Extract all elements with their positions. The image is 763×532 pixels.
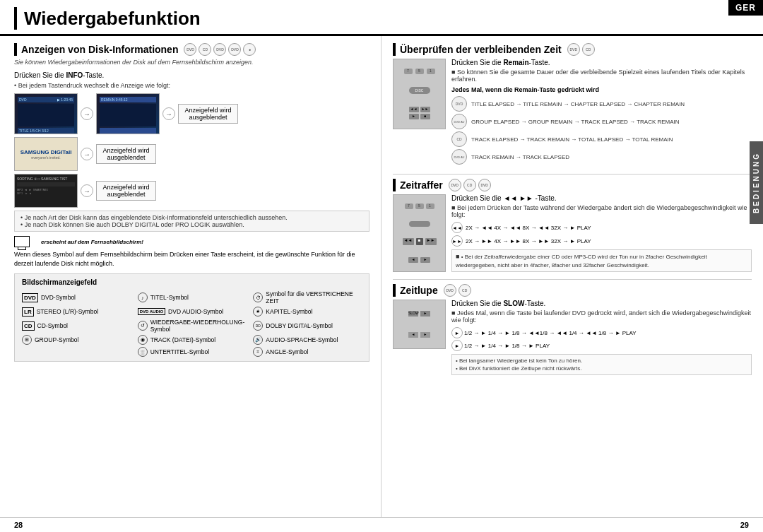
page-right: 29 [740, 521, 749, 529]
clock-icon: ⏱ [253, 292, 263, 302]
zeitraffer-device: 7 5 1 ◄◄ ■ ►► ◄ [393, 194, 446, 272]
repeat-icon: ↺ [138, 321, 148, 331]
anzeige-text-zeit: Symbol für die VERSTRICHENE ZEIT [266, 290, 362, 305]
zeitlupe-device-row: SLOW ► ◄ ► Drücken Sie die SLOW-Taste. [393, 300, 752, 375]
anzeige-text-dvd: DVD-Symbol [41, 294, 76, 301]
anzeige-text-titel: TITEL-Symbol [150, 294, 189, 301]
anzeige-text-lr: STEREO (L/R)-Symbol [37, 308, 98, 315]
zeitraffer-heading-bar [393, 179, 396, 191]
anzeige-item-zeit: ⏱ Symbol für die VERSTRICHENE ZEIT [253, 290, 362, 305]
flow-text-1: TITLE ELAPSED → TITLE REMAIN → CHAPTER E… [471, 101, 685, 107]
speed-row-fwd: ◄◄ 2X → ◄◄ 4X → ◄◄ 8X → ◄◄ 32X → ► PLAY [451, 222, 752, 233]
btn-stop: ■ [420, 114, 430, 119]
anzeige-item-cd: CD CD-Symbol [22, 319, 131, 333]
zl-slow: SLOW [408, 311, 418, 317]
note-icon: ♪ [138, 292, 148, 302]
anzeige-text-dvdaudio: DVD AUDIO-Symbol [168, 308, 223, 315]
btn-5: 5 [415, 69, 424, 74]
disc-icon-cd: CD [199, 43, 211, 56]
zt-bk: ◄ [408, 257, 418, 263]
flow-row-2: DVD AU GROUP ELAPSED → GROUP REMAIN → TR… [451, 114, 752, 129]
zeitraffer-remote: 7 5 1 ◄◄ ■ ►► ◄ [393, 194, 446, 272]
nav-buttons: ◄◄ ►► ► ■ [409, 107, 430, 119]
zeitlupe-section: Zeitlupe DVD CD SLOW ► [393, 284, 752, 375]
zeitlupe-device: SLOW ► ◄ ► [393, 300, 446, 349]
left-column: Anzeigen von Disk-Informationen DVD CD D… [0, 36, 382, 517]
anzeige-item-group: ⊞ GROUP-Symbol [22, 335, 131, 345]
page-left: 28 [14, 521, 23, 529]
screenshots-row-3: SORTING ① □ SAMSUNG TIST MP3 ◄ ► SMARTMI… [14, 174, 369, 208]
info-instruction: Drücken Sie die INFO-Taste. [14, 71, 369, 79]
device-top-buttons: 7 5 1 [404, 69, 435, 74]
disc-icons-row: DVD CD DVD DVD ● [184, 43, 256, 56]
zeitraffer-device-row: 7 5 1 ◄◄ ■ ►► ◄ [393, 194, 752, 272]
zt-disc-dvd2: DVD [478, 179, 491, 191]
slow-row-2: ► 1/2 → ► 1/4 → ► 1/8 → ► PLAY [451, 340, 752, 351]
speed-text-fwd: 2X → ◄◄ 4X → ◄◄ 8X → ◄◄ 32X → ► PLAY [466, 225, 591, 231]
flow-row-4: DVD AU TRACK REMAIN → TRACK ELAPSED [451, 149, 752, 165]
screenshot-2: REMAIN 0:45:12 [96, 93, 160, 134]
tv-label: erscheint auf dem Fernsehbildschirm! [41, 239, 143, 245]
flow-text-4: TRACK REMAIN → TRACK ELAPSED [471, 154, 569, 160]
dolby-icon: DD [253, 321, 263, 331]
anzeige-section: Bildschirmanzeigefeld DVD DVD-Symbol ♪ T… [14, 273, 369, 362]
screenshot-inner-2: REMAIN 0:45:12 [97, 94, 159, 134]
badge-cd: CD [22, 321, 35, 331]
speed-circle-fwd: ◄◄ [451, 222, 463, 233]
screenshot-inner-1: DVD ▶ 1:23:45 TITLE 1/5 CH 3/12 [15, 94, 77, 134]
btn-next: ►► [420, 107, 430, 112]
annotation-1: Anzeigefeld wird ausgeblendet [178, 104, 238, 124]
flow-row-1: DVD TITLE ELAPSED → TITLE REMAIN → CHAPT… [451, 96, 752, 112]
samsung-logo: SAMSUNG DIGITall [20, 149, 72, 155]
zt-note-text: • Bei der Zeitrafferwiedergabe einer CD … [456, 254, 707, 268]
ger-badge: GER [728, 0, 763, 16]
zt-next: ►► [425, 238, 437, 245]
zt-prev: ◄◄ [403, 238, 414, 245]
note-line-2: • Je nach Disk können Sie auch DOLBY DIG… [20, 221, 363, 228]
zl-disc-dvd: DVD [444, 284, 456, 297]
zeitraffer-heading: Zeitraffer DVD CD DVD [393, 179, 752, 191]
zl-top: SLOW ► [408, 311, 430, 317]
screenshots-row-2: SAMSUNG DIGITall everyone's invited. → A… [14, 137, 369, 171]
anzeige-text-angle: ANGLE-Symbol [266, 348, 308, 355]
arrow-4: → [81, 184, 93, 197]
slow-row-1: ► 1/2 → ► 1/4 → ► 1/8 → ◄◄1/8 → ◄◄ 1/4 →… [451, 327, 752, 338]
flow-disc-1: DVD [451, 96, 467, 112]
speed-text-rev: 2X → ►► 4X → ►► 8X → ►► 32X → ► PLAY [466, 238, 591, 244]
samsung-screen: SAMSUNG DIGITall everyone's invited. [14, 137, 78, 171]
anzeige-item-wdh: ↺ WIEDERGABE-WIEDERHOLUNG-Symbol [138, 319, 247, 333]
anzeige-text-kapitel: KAPITEL-Symbol [266, 308, 312, 315]
flow-disc-2: DVD AU [451, 114, 467, 129]
slow-text-1: 1/2 → ► 1/4 → ► 1/8 → ◄◄1/8 → ◄◄ 1/4 → ◄… [464, 330, 637, 336]
zeitlupe-disc-icons: DVD CD [444, 284, 471, 297]
zeitlupe-remote: SLOW ► ◄ ► [393, 300, 446, 349]
arrow-2: → [162, 107, 175, 120]
disc-icon-dvd3: DVD [228, 43, 241, 56]
samsung-sub: everyone's invited. [31, 155, 60, 160]
zt-instruction: Drücken Sie die ◄◄ ►► -Taste. [451, 194, 752, 202]
remain-device-placeholder: 7 5 1 DISC ◄◄ ►► ► ■ [393, 59, 446, 129]
zt-btn7: 7 [405, 203, 413, 209]
anzeige-text-group: GROUP-Symbol [35, 336, 78, 343]
anzeige-item-kapitel: ★ KAPITEL-Symbol [253, 307, 362, 317]
btn-7: 7 [404, 69, 413, 74]
anzeige-text-cd: CD-Symbol [37, 322, 68, 329]
speaker-icon: 🔊 [253, 335, 263, 345]
slow-text-2: 1/2 → ► 1/4 → ► 1/8 → ► PLAY [464, 343, 550, 349]
zt-sub: ■ Bei jedem Drücken der Taste während de… [451, 204, 752, 218]
zeitlupe-content: Drücken Sie die SLOW-Taste. ■ Jedes Mal,… [451, 300, 752, 375]
remain-content: Drücken Sie die Remain-Taste. ■ So könne… [451, 59, 752, 167]
badge-lr: LR [22, 307, 34, 317]
anzeige-item-dvd: DVD DVD-Symbol [22, 290, 131, 305]
tv-description: Wenn dieses Symbol auf dem Fernsehbildsc… [14, 250, 369, 268]
zl-play: ► [420, 311, 430, 317]
disc-button: DISC [409, 87, 430, 94]
star-icon: ★ [253, 307, 263, 317]
screenshot-1: DVD ▶ 1:23:45 TITLE 1/5 CH 3/12 [14, 93, 78, 134]
info-sub: • Bei jedem Tastendruck wechselt die Anz… [14, 82, 369, 89]
divider-1 [393, 174, 752, 175]
section-heading-text: Anzeigen von Disk-Informationen [21, 44, 178, 55]
zl-instruction: Drücken Sie die SLOW-Taste. [451, 300, 752, 307]
anzeige-item-lr: LR STEREO (L/R)-Symbol [22, 307, 131, 317]
zl-next: ► [420, 332, 430, 338]
